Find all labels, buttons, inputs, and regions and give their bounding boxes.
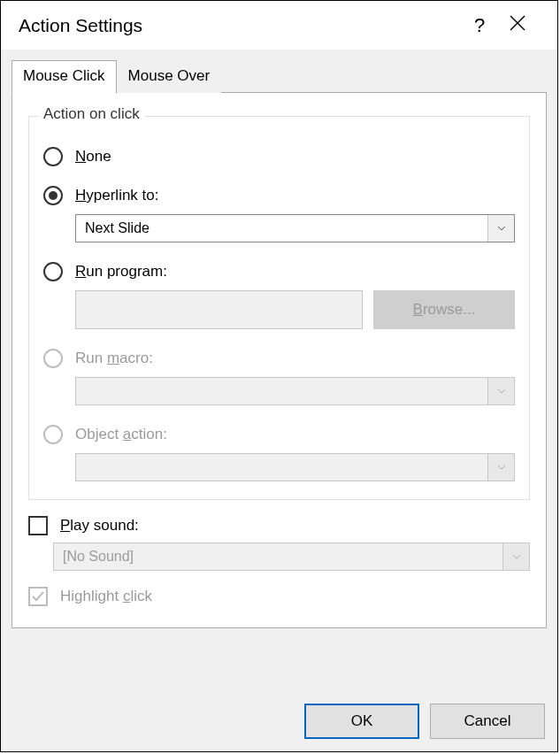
tab-panel: Action on click None Hyperlink to: Next … xyxy=(12,92,547,628)
object-action-dropdown xyxy=(75,453,515,481)
help-button[interactable]: ? xyxy=(464,14,495,37)
action-on-click-fieldset: Action on click None Hyperlink to: Next … xyxy=(28,116,530,500)
titlebar: Action Settings ? xyxy=(1,1,557,50)
browse-button: Browse... xyxy=(373,290,515,329)
highlight-click-checkbox xyxy=(28,587,48,606)
tabs: Mouse Click Mouse Over xyxy=(12,60,547,93)
radio-run-program[interactable] xyxy=(43,262,63,281)
chevron-down-icon xyxy=(502,543,529,570)
chevron-down-icon xyxy=(487,215,514,242)
highlight-click-row: Highlight click xyxy=(28,587,530,606)
radio-row-object-action: Object action: xyxy=(43,425,515,444)
radio-label-run-program: Run program: xyxy=(75,263,167,281)
play-sound-row: Play sound: xyxy=(28,516,530,535)
chevron-down-icon xyxy=(487,378,514,404)
tab-mouse-click[interactable]: Mouse Click xyxy=(12,60,117,94)
run-program-input[interactable] xyxy=(75,290,363,329)
dialog-footer: OK Cancel xyxy=(304,704,545,739)
radio-object-action xyxy=(43,425,63,444)
content-area: Mouse Click Mouse Over Action on click N… xyxy=(1,50,557,751)
radio-label-hyperlink: Hyperlink to: xyxy=(75,187,158,204)
fieldset-legend: Action on click xyxy=(38,105,145,123)
radio-row-none: None xyxy=(43,147,515,166)
play-sound-label: Play sound: xyxy=(60,517,139,535)
sound-dropdown: [No Sound] xyxy=(53,542,530,571)
radio-row-run-macro: Run macro: xyxy=(43,349,515,368)
dialog-title: Action Settings xyxy=(19,15,464,36)
ok-button[interactable]: OK xyxy=(304,704,419,739)
cancel-button[interactable]: Cancel xyxy=(430,704,545,739)
tab-mouse-over[interactable]: Mouse Over xyxy=(117,60,222,93)
run-macro-dropdown xyxy=(75,377,515,405)
radio-run-macro xyxy=(43,349,63,368)
chevron-down-icon xyxy=(487,454,514,481)
hyperlink-dropdown-wrap: Next Slide xyxy=(75,214,515,242)
radio-hyperlink[interactable] xyxy=(43,186,63,205)
radio-label-run-macro: Run macro: xyxy=(75,350,153,367)
hyperlink-dropdown[interactable]: Next Slide xyxy=(75,214,515,242)
sound-dropdown-value: [No Sound] xyxy=(54,549,502,565)
radio-none[interactable] xyxy=(43,147,63,166)
action-settings-dialog: Action Settings ? Mouse Click Mouse Over… xyxy=(0,0,558,752)
radio-label-object-action: Object action: xyxy=(75,426,167,443)
object-action-dropdown-wrap xyxy=(75,453,515,481)
run-macro-dropdown-wrap xyxy=(75,377,515,405)
sound-dropdown-wrap: [No Sound] xyxy=(53,542,530,571)
radio-row-run-program: Run program: xyxy=(43,262,515,281)
close-button[interactable] xyxy=(495,15,540,35)
close-icon xyxy=(510,15,525,31)
radio-row-hyperlink: Hyperlink to: xyxy=(43,186,515,205)
radio-label-none: None xyxy=(75,148,111,165)
highlight-click-label: Highlight click xyxy=(60,588,152,605)
hyperlink-dropdown-value: Next Slide xyxy=(76,220,487,236)
run-program-input-row: Browse... xyxy=(75,290,515,329)
play-sound-checkbox[interactable] xyxy=(28,516,48,535)
